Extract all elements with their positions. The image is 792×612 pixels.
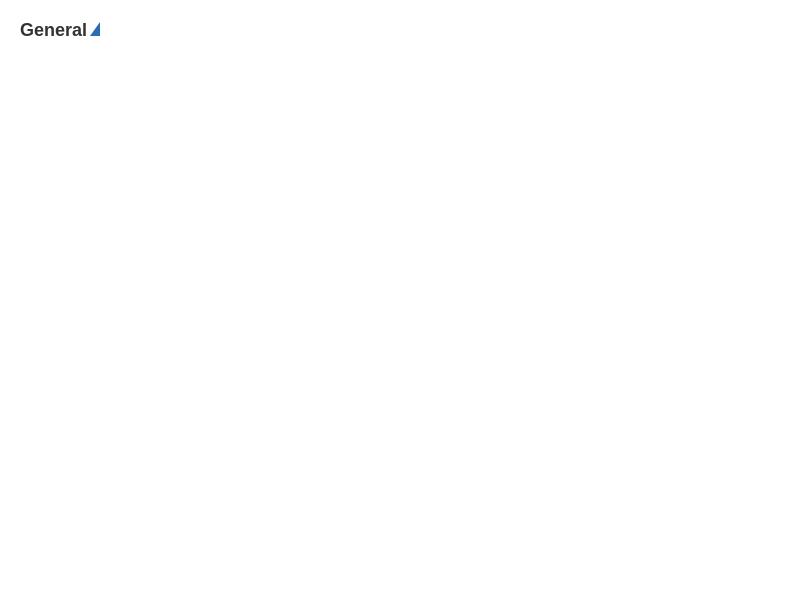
logo-triangle-icon bbox=[90, 22, 100, 36]
logo-general: General bbox=[20, 20, 87, 41]
header: General bbox=[10, 10, 782, 46]
logo: General bbox=[20, 20, 100, 41]
